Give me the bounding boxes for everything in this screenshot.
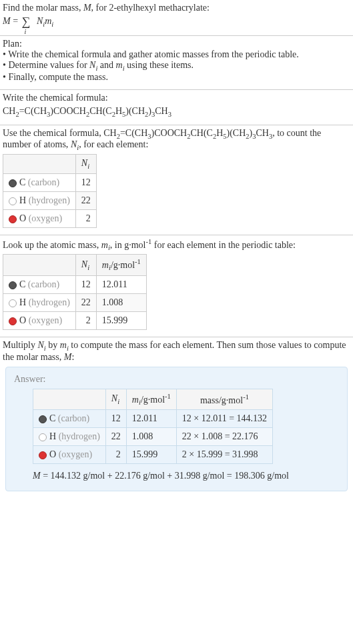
mass-cell: 22 × 1.008 = 22.176	[176, 428, 272, 446]
table-row: C (carbon) 12 12.011 12 × 12.011 = 144.1…	[33, 410, 273, 428]
lookup-mid: , in g·mol	[110, 240, 146, 250]
el-name: (oxygen)	[56, 449, 92, 459]
plan-b2-pre: • Determine values for	[3, 60, 89, 70]
ni-cell: 2	[105, 446, 126, 464]
table-row: H (hydrogen) 22 1.008 22 × 1.008 = 22.17…	[33, 428, 273, 446]
intro-text2: , for 2-ethylhexyl methacrylate:	[91, 3, 210, 13]
element-cell: H (hydrogen)	[3, 191, 76, 209]
el-sym: O	[49, 449, 56, 459]
lookup-pre: Look up the atomic mass,	[3, 240, 101, 250]
table-row: O (oxygen) 2 15.999 2 × 15.999 = 31.998	[33, 446, 273, 464]
hdr-mass: mass/g·mol	[200, 395, 243, 405]
element-cell: C (carbon)	[3, 275, 76, 293]
ni-cell: 2	[75, 311, 96, 329]
table-header-Ni: Ni	[75, 155, 96, 174]
plan-bullet-1: • Write the chemical formula and gather …	[3, 49, 350, 60]
el-name: (carbon)	[55, 413, 89, 423]
el-sym: C	[19, 177, 25, 187]
mi-cell: 12.011	[96, 275, 146, 293]
count-post-post: , for each element:	[79, 139, 148, 149]
el-sym: O	[19, 213, 26, 223]
plan-bullet-3: • Finally, compute the mass.	[3, 72, 350, 83]
table-header-blank	[33, 389, 106, 409]
table-header-row: Ni	[3, 155, 97, 174]
hydrogen-dot-icon	[9, 197, 17, 205]
table-row: O (oxygen) 2 15.999	[3, 311, 147, 329]
mul-p1: Multiply	[3, 340, 38, 350]
hdr-N: N	[81, 259, 87, 269]
count-table: Ni C (carbon) 12 H (hydrogen) 22 O (oxyg…	[3, 154, 97, 228]
el-sym: H	[19, 195, 26, 205]
chemical-formula: CH2=C(CH3)COOCH2CH(C2H5)(CH2)3CH3	[3, 106, 350, 118]
f-part: H	[115, 106, 122, 116]
eq-M: M	[3, 16, 11, 26]
el-name: (oxygen)	[26, 213, 62, 223]
element-cell: C (carbon)	[3, 173, 76, 191]
plan-b2-post: using these items.	[125, 60, 194, 70]
mul-N: N	[38, 340, 44, 350]
ni-cell: 2	[75, 209, 96, 227]
oxygen-dot-icon	[9, 317, 17, 325]
eq-m-i: i	[51, 21, 53, 28]
lookup-m: m	[101, 240, 108, 250]
element-cell: C (carbon)	[33, 410, 106, 428]
mul-M: M	[64, 352, 72, 362]
table-header-mass: mass/g·mol-1	[176, 389, 272, 409]
hdr-mass-exp: -1	[243, 393, 249, 401]
table-header-blank	[3, 255, 76, 275]
f-part: =C(CH	[120, 128, 147, 138]
ni-cell: 12	[75, 275, 96, 293]
formula-header: Write the chemical formula:	[3, 93, 350, 103]
mass-cell: 12 × 12.011 = 144.132	[176, 410, 272, 428]
el-sym: H	[49, 431, 56, 441]
f-part: CH	[256, 128, 268, 138]
f-sub: 3	[168, 111, 171, 118]
f-part: )(CH	[227, 128, 246, 138]
plan-b2-mid: and	[97, 60, 115, 70]
hydrogen-dot-icon	[9, 299, 17, 307]
hdr-i: i	[87, 264, 89, 271]
f-part: )COOCH	[151, 128, 188, 138]
f-part: H	[216, 128, 223, 138]
table-header-mi: mi/g·mol-1	[126, 389, 176, 409]
sigma-index: i	[25, 28, 27, 35]
table-row: H (hydrogen) 22 1.008	[3, 293, 147, 311]
sigma-icon: ∑i	[22, 15, 31, 29]
element-cell: H (hydrogen)	[3, 293, 76, 311]
var-M: M	[83, 3, 91, 13]
f-part: CH	[3, 106, 15, 116]
el-sym: O	[19, 315, 26, 325]
f-part: CH(C	[89, 106, 111, 116]
intro-line1: Find the molar mass, M, for 2-ethylhexyl…	[3, 3, 350, 13]
lookup-section: Look up the atomic mass, mi, in g·mol-1 …	[0, 235, 353, 337]
intro-text: Find the molar mass,	[3, 3, 83, 13]
count-formula-inline: CH2=C(CH3)COOCH2CH(C2H5)(CH2)3CH3	[103, 128, 272, 138]
f-part: CH	[103, 128, 116, 138]
hdr-i: i	[117, 398, 119, 405]
el-name: (hydrogen)	[26, 297, 70, 307]
el-sym: H	[19, 297, 26, 307]
el-name: (carbon)	[25, 177, 59, 187]
hdr-exp: -1	[135, 258, 141, 265]
hdr-N: N	[81, 158, 87, 168]
f-part: =C(CH	[19, 106, 47, 116]
answer-final: M = 144.132 g/mol + 22.176 g/mol + 31.99…	[33, 471, 339, 481]
intro-section: Find the molar mass, M, for 2-ethylhexyl…	[0, 0, 353, 36]
hdr-N: N	[111, 393, 117, 403]
el-sym: C	[19, 279, 25, 289]
el-name: (oxygen)	[26, 315, 62, 325]
final-eq: = 144.132 g/mol + 22.176 g/mol + 31.998 …	[41, 471, 289, 481]
carbon-dot-icon	[9, 281, 17, 289]
table-row: H (hydrogen) 22	[3, 191, 97, 209]
ni-cell: 22	[75, 191, 96, 209]
formula-section: Write the chemical formula: CH2=C(CH3)CO…	[0, 90, 353, 125]
element-cell: O (oxygen)	[3, 311, 76, 329]
hdr-unit: /g·mol	[111, 260, 135, 270]
mul-p2: by	[46, 340, 60, 350]
el-sym: C	[49, 413, 55, 423]
f-part: )(CH	[125, 106, 145, 116]
plan-header: Plan:	[3, 39, 350, 49]
table-header-mi: mi/g·mol-1	[96, 255, 146, 275]
lookup-table: Ni mi/g·mol-1 C (carbon) 12 12.011 H (hy…	[3, 254, 147, 329]
plan-bullet-2: • Determine values for Ni and mi using t…	[3, 60, 350, 72]
